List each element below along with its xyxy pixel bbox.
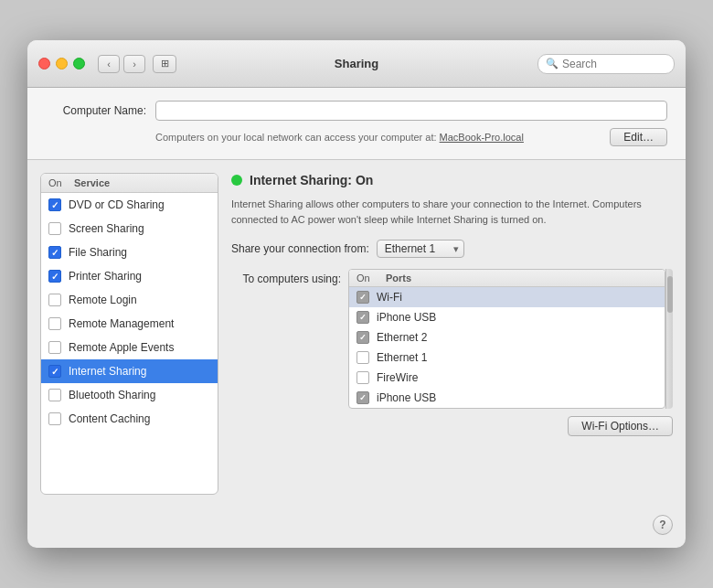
port-name: FireWire (377, 371, 418, 384)
titlebar: ‹ › ⊞ Sharing 🔍 (27, 40, 686, 88)
list-item[interactable]: Internet Sharing (41, 359, 218, 383)
service-items: DVD or CD Sharing Screen Sharing File Sh… (41, 193, 218, 431)
list-item[interactable]: Bluetooth Sharing (41, 383, 218, 407)
close-button[interactable] (38, 58, 50, 69)
service-list: On Service DVD or CD Sharing Screen Shar… (40, 173, 218, 495)
window-title: Sharing (335, 57, 378, 70)
list-item[interactable]: Screen Sharing (41, 217, 218, 241)
list-item[interactable]: DVD or CD Sharing (41, 193, 218, 217)
ports-header-on: On (356, 273, 386, 283)
status-title: Internet Sharing: On (250, 173, 373, 187)
service-item-name: Remote Management (69, 317, 174, 330)
ethernet1-checkbox[interactable] (356, 351, 369, 364)
service-header: On Service (41, 174, 218, 193)
port-name: Wi-Fi (377, 291, 402, 304)
service-item-name: File Sharing (69, 246, 127, 259)
firewire-checkbox[interactable] (356, 371, 369, 384)
minimize-button[interactable] (56, 58, 68, 69)
grid-button[interactable]: ⊞ (153, 55, 176, 73)
table-row[interactable]: FireWire (349, 368, 665, 388)
table-row[interactable]: Ethernet 1 (349, 347, 665, 368)
service-item-name: Screen Sharing (69, 222, 144, 235)
list-item[interactable]: File Sharing (41, 241, 218, 264)
service-item-name: Remote Login (69, 294, 137, 306)
computers-using-section: To computers using: On Ports Wi-Fi (231, 269, 673, 436)
share-from-select-wrapper[interactable]: Ethernet 1 Wi-Fi iPhone USB (377, 240, 464, 258)
screen-sharing-checkbox[interactable] (48, 222, 61, 235)
ethernet2-checkbox[interactable] (356, 331, 369, 344)
list-item[interactable]: Remote Management (41, 312, 218, 336)
internet-sharing-checkbox[interactable] (48, 365, 61, 378)
remote-management-checkbox[interactable] (48, 317, 61, 330)
wifi-checkbox[interactable] (356, 291, 369, 304)
table-row[interactable]: Wi-Fi (349, 287, 665, 307)
status-dot (231, 175, 242, 186)
remote-login-checkbox[interactable] (48, 294, 61, 306)
computer-name-label: Computer Name: (46, 104, 146, 117)
port-name: iPhone USB (377, 391, 436, 404)
wifi-options-button[interactable]: Wi-Fi Options… (568, 416, 673, 436)
wifi-options-row: Wi-Fi Options… (348, 416, 673, 436)
service-item-name: Remote Apple Events (69, 341, 174, 354)
service-item-name: Internet Sharing (69, 365, 146, 378)
back-button[interactable]: ‹ (98, 55, 120, 73)
iphone-usb-checkbox[interactable] (356, 311, 369, 324)
share-from-label: Share your connection from: (231, 242, 369, 255)
printer-sharing-checkbox[interactable] (48, 270, 61, 283)
remote-apple-events-checkbox[interactable] (48, 341, 61, 354)
local-address: MacBook-Pro.local (440, 132, 524, 143)
bluetooth-sharing-checkbox[interactable] (48, 389, 61, 401)
content-caching-checkbox[interactable] (48, 412, 61, 425)
main-content: On Service DVD or CD Sharing Screen Shar… (27, 160, 686, 508)
status-row: Internet Sharing: On (231, 173, 673, 187)
computers-using-label: To computers using: (231, 269, 341, 285)
service-item-name: Bluetooth Sharing (69, 389, 155, 401)
table-row[interactable]: iPhone USB (349, 307, 665, 327)
list-item[interactable]: Printer Sharing (41, 264, 218, 288)
dvd-sharing-checkbox[interactable] (48, 198, 61, 211)
nav-buttons: ‹ › (98, 55, 145, 73)
list-item[interactable]: Remote Login (41, 288, 218, 312)
search-box[interactable]: 🔍 (537, 54, 675, 74)
help-button[interactable]: ? (653, 515, 673, 535)
right-panel: Internet Sharing: On Internet Sharing al… (231, 173, 673, 495)
iphone-usb2-checkbox[interactable] (356, 391, 369, 404)
ports-table-wrapper: On Ports Wi-Fi iPhone USB (348, 269, 673, 409)
port-name: Ethernet 1 (377, 351, 427, 364)
ports-header: On Ports (349, 270, 665, 287)
ports-rows: Wi-Fi iPhone USB Ethernet 2 (349, 287, 665, 408)
service-item-name: Content Caching (69, 412, 150, 425)
share-from-row: Share your connection from: Ethernet 1 W… (231, 240, 673, 258)
share-from-select[interactable]: Ethernet 1 Wi-Fi iPhone USB (377, 240, 464, 258)
scrollbar-thumb[interactable] (667, 276, 673, 313)
port-name: Ethernet 2 (377, 331, 427, 344)
file-sharing-checkbox[interactable] (48, 246, 61, 259)
service-item-name: DVD or CD Sharing (69, 198, 165, 211)
service-header-label: Service (74, 177, 110, 188)
ports-panel: On Ports Wi-Fi iPhone USB (348, 269, 673, 436)
maximize-button[interactable] (73, 58, 85, 69)
list-item[interactable]: Remote Apple Events (41, 336, 218, 359)
search-icon: 🔍 (546, 58, 559, 69)
computer-name-info: Computers on your local network can acce… (155, 132, 599, 143)
table-row[interactable]: iPhone USB (349, 388, 665, 408)
footer: ? (27, 508, 686, 548)
ports-header-ports: Ports (386, 273, 411, 283)
computer-name-bar: Computer Name: Computers on your local n… (27, 88, 686, 160)
list-item[interactable]: Content Caching (41, 407, 218, 431)
ports-table: On Ports Wi-Fi iPhone USB (348, 269, 665, 409)
window: ‹ › ⊞ Sharing 🔍 Computer Name: Computers… (27, 40, 686, 548)
port-name: iPhone USB (377, 311, 436, 324)
scrollbar[interactable] (665, 269, 673, 409)
service-header-on: On (48, 177, 74, 188)
forward-button[interactable]: › (123, 55, 145, 73)
service-item-name: Printer Sharing (69, 270, 142, 283)
computer-name-input[interactable] (155, 101, 667, 121)
description-text: Internet Sharing allows other computers … (231, 197, 673, 227)
search-input[interactable] (562, 58, 666, 70)
edit-button[interactable]: Edit… (610, 128, 667, 146)
table-row[interactable]: Ethernet 2 (349, 327, 665, 347)
traffic-lights (38, 58, 85, 69)
